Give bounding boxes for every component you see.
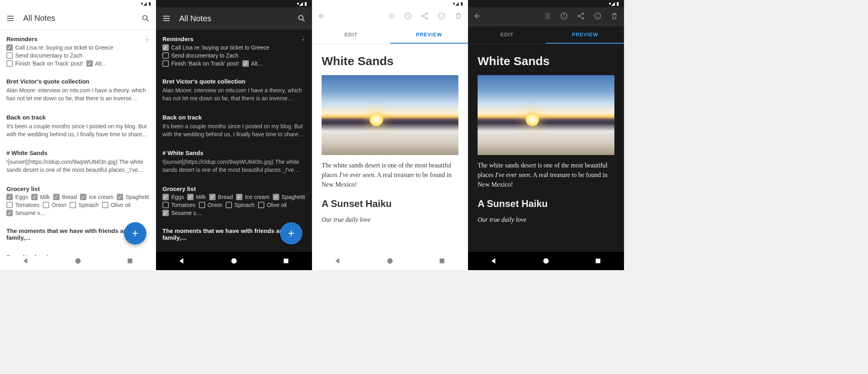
checkbox-icon[interactable] [43, 202, 49, 208]
hamburger-icon[interactable] [6, 14, 15, 23]
trash-icon[interactable] [610, 12, 618, 22]
note-list[interactable]: Reminders✓Call Lisa re: buying our ticke… [0, 30, 156, 256]
checkbox-item[interactable]: ✓Bread [209, 194, 233, 200]
checklist-icon[interactable] [387, 12, 395, 22]
note-item[interactable]: Grocery list✓Eggs✓Milk✓Bread✓Ice cream✓S… [162, 180, 306, 222]
note-item[interactable]: # White Sands![sunset](https://cldup.com… [6, 144, 150, 180]
add-note-fab[interactable]: + [124, 222, 146, 245]
checkbox-icon[interactable] [6, 52, 13, 59]
checkbox-icon[interactable]: ✓ [80, 194, 86, 200]
tab-edit[interactable]: EDIT [468, 26, 546, 44]
checklist-icon[interactable] [543, 12, 551, 22]
add-note-fab[interactable]: + [280, 222, 302, 245]
checkbox-item[interactable]: ✓Ice cream [80, 194, 113, 200]
checkbox-item[interactable]: ✓Spaghetti [117, 194, 149, 200]
checkbox-item[interactable]: ✓Eggs [6, 194, 28, 200]
checkbox-icon[interactable]: ✓ [6, 44, 13, 51]
checkbox-item[interactable]: Spinach [226, 202, 255, 208]
share-icon[interactable] [577, 12, 585, 22]
checkbox-item[interactable]: Onion [199, 202, 222, 208]
checkbox-icon[interactable] [162, 202, 169, 208]
checkbox-item[interactable]: Tomatoes [162, 202, 196, 208]
checkbox-icon[interactable]: ✓ [6, 210, 13, 216]
checkbox-item[interactable]: ✓Call Lisa re: buying our ticket to Gree… [162, 44, 269, 51]
home-nav-icon[interactable] [74, 257, 82, 265]
checkbox-icon[interactable]: ✓ [162, 194, 169, 200]
note-item[interactable]: Reminders✓Call Lisa re: buying our ticke… [162, 30, 306, 72]
checkbox-item[interactable]: Olive oil [258, 202, 287, 208]
checkbox-icon[interactable]: ✓ [209, 194, 216, 200]
checkbox-item[interactable]: ✓Call Lisa re: buying our ticket to Gree… [6, 44, 113, 51]
checkbox-icon[interactable] [162, 52, 169, 59]
checkbox-icon[interactable] [226, 202, 232, 208]
recents-nav-icon[interactable] [438, 257, 446, 265]
checkbox-item[interactable]: Olive oil [102, 202, 131, 208]
note-item[interactable]: Bret Victor's quote collectionAlan Moore… [162, 72, 306, 108]
checkbox-item[interactable]: ✓Sesame s… [162, 210, 202, 216]
home-nav-icon[interactable] [542, 257, 550, 265]
checkbox-icon[interactable]: ✓ [162, 210, 169, 216]
home-nav-icon[interactable] [386, 257, 394, 265]
checkbox-item[interactable]: Onion [43, 202, 66, 208]
checkbox-icon[interactable]: ✓ [187, 194, 194, 200]
checkbox-icon[interactable] [102, 202, 108, 208]
checkbox-icon[interactable] [6, 202, 13, 208]
checkbox-icon[interactable] [70, 202, 76, 208]
trash-icon[interactable] [454, 12, 462, 22]
history-icon[interactable] [560, 12, 568, 22]
recents-nav-icon[interactable] [282, 257, 290, 265]
checkbox-icon[interactable]: ✓ [162, 44, 169, 51]
search-icon[interactable] [141, 14, 150, 23]
checkbox-icon[interactable]: ✓ [6, 194, 13, 200]
note-item[interactable]: Back on trackIt's been a couple months s… [6, 108, 150, 144]
tab-edit[interactable]: EDIT [312, 26, 390, 44]
note-item[interactable]: Grocery list✓Eggs✓Milk✓Bread✓Ice cream✓S… [6, 180, 150, 222]
checkbox-icon[interactable] [162, 60, 169, 67]
checkbox-item[interactable]: ✓Alt… [86, 60, 107, 67]
preview-content[interactable]: White Sands The white sands desert is on… [312, 44, 468, 252]
checkbox-item[interactable]: ✓Sesame s… [6, 210, 46, 216]
note-list[interactable]: Reminders✓Call Lisa re: buying our ticke… [156, 30, 312, 256]
checkbox-icon[interactable]: ✓ [273, 194, 279, 200]
back-icon[interactable] [474, 12, 482, 22]
note-item[interactable]: # White Sands![sunset](https://cldup.com… [162, 144, 306, 180]
checkbox-icon[interactable]: ✓ [242, 60, 249, 67]
history-icon[interactable] [404, 12, 412, 22]
info-icon[interactable] [438, 12, 446, 22]
note-item[interactable]: Bret Victor's quote collectionAlan Moore… [6, 72, 150, 108]
share-icon[interactable] [421, 12, 429, 22]
checkbox-icon[interactable]: ✓ [86, 60, 93, 67]
note-item[interactable]: Back on trackIt's been a couple months s… [162, 108, 306, 144]
checkbox-icon[interactable]: ✓ [31, 194, 38, 200]
pin-icon[interactable] [143, 35, 150, 43]
checkbox-item[interactable]: Finish 'Back on Track' post! [162, 60, 239, 67]
checkbox-icon[interactable] [6, 60, 13, 67]
tab-preview[interactable]: PREVIEW [546, 26, 624, 44]
checkbox-item[interactable]: ✓Milk [187, 194, 206, 200]
search-icon[interactable] [297, 14, 306, 23]
info-icon[interactable] [594, 12, 602, 22]
checkbox-item[interactable]: Tomatoes [6, 202, 40, 208]
checkbox-icon[interactable]: ✓ [236, 194, 242, 200]
tab-preview[interactable]: PREVIEW [390, 26, 468, 44]
checkbox-icon[interactable]: ✓ [117, 194, 123, 200]
home-nav-icon[interactable] [230, 257, 238, 265]
pin-icon[interactable] [299, 35, 306, 43]
checkbox-item[interactable]: Finish 'Back on Track' post! [6, 60, 83, 67]
note-item[interactable]: Reminders✓Call Lisa re: buying our ticke… [6, 30, 150, 72]
checkbox-item[interactable]: Send documentary to Zach [162, 52, 238, 59]
checkbox-item[interactable]: ✓Spaghetti [273, 194, 305, 200]
checkbox-item[interactable]: ✓Eggs [162, 194, 184, 200]
checkbox-item[interactable]: ✓Milk [31, 194, 50, 200]
recents-nav-icon[interactable] [594, 257, 602, 265]
back-nav-icon[interactable] [178, 257, 186, 265]
hamburger-icon[interactable] [162, 14, 171, 23]
back-nav-icon[interactable] [334, 257, 342, 265]
back-nav-icon[interactable] [490, 257, 498, 265]
recents-nav-icon[interactable] [126, 257, 134, 265]
checkbox-icon[interactable]: ✓ [53, 194, 60, 200]
checkbox-item[interactable]: Spinach [70, 202, 99, 208]
back-icon[interactable] [318, 12, 326, 22]
checkbox-item[interactable]: ✓Alt… [242, 60, 263, 67]
preview-content[interactable]: White Sands The white sands desert is on… [468, 44, 624, 252]
